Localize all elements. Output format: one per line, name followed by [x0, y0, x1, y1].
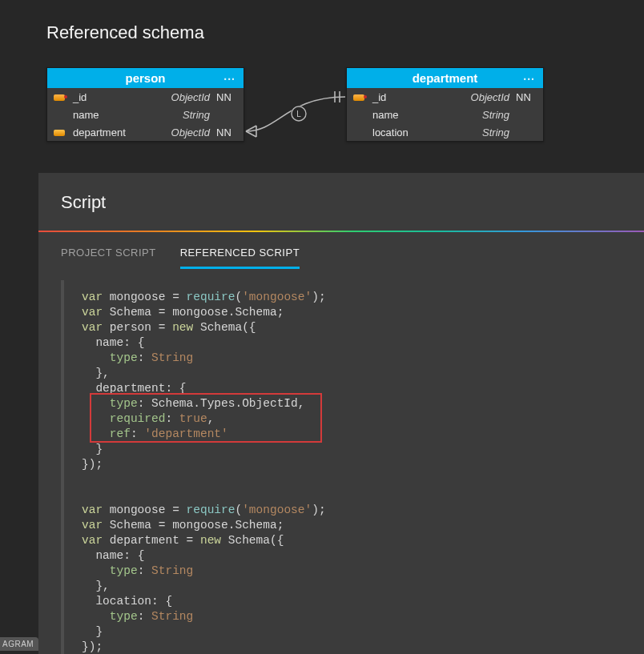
primary-key-icon	[350, 91, 368, 103]
column-type: ObjectId	[460, 91, 516, 103]
code-content: var mongoose = require('mongoose'); var …	[82, 290, 622, 654]
column-type: String	[460, 126, 516, 138]
script-tabs: PROJECT SCRIPT REFERENCED SCRIPT	[38, 232, 644, 269]
column-type: ObjectId	[160, 126, 216, 138]
table-row[interactable]: name String	[347, 106, 543, 123]
tab-referenced-script[interactable]: REFERENCED SCRIPT	[180, 247, 300, 269]
entity-department-title: department	[413, 71, 478, 85]
entity-department-header[interactable]: department ...	[347, 68, 543, 88]
column-type: String	[160, 109, 216, 121]
ellipsis-icon[interactable]: ...	[523, 70, 535, 82]
column-name: _id	[368, 91, 460, 103]
column-type: String	[460, 109, 516, 121]
svg-text:L: L	[296, 110, 301, 118]
table-row[interactable]: name String	[47, 106, 244, 123]
primary-key-icon	[50, 91, 68, 103]
table-row[interactable]: _id ObjectId NN	[347, 88, 543, 106]
entity-person-header[interactable]: person ...	[47, 68, 244, 88]
table-row[interactable]: department ObjectId NN	[47, 123, 244, 141]
partial-bottom-tab[interactable]: AGRAM	[0, 637, 38, 651]
code-block[interactable]: var mongoose = require('mongoose'); var …	[61, 280, 622, 654]
entity-person[interactable]: person ... _id ObjectId NN name String d…	[46, 67, 244, 142]
script-panel-title: Script	[38, 173, 644, 231]
schema-diagram: person ... _id ObjectId NN name String d…	[46, 67, 607, 163]
column-name: department	[68, 126, 160, 138]
foreign-key-icon	[50, 126, 68, 138]
column-name: _id	[68, 91, 160, 103]
column-name: name	[68, 109, 160, 121]
column-name: name	[368, 109, 460, 121]
column-type: ObjectId	[160, 91, 216, 103]
table-row[interactable]: location String	[347, 123, 543, 141]
svg-line-0	[246, 126, 256, 131]
svg-line-1	[246, 131, 256, 137]
table-row[interactable]: _id ObjectId NN	[47, 88, 244, 106]
ellipsis-icon[interactable]: ...	[223, 70, 235, 82]
column-null: NN	[516, 91, 538, 103]
entity-department[interactable]: department ... _id ObjectId NN name Stri…	[346, 67, 544, 142]
column-null: NN	[216, 126, 239, 138]
column-null: NN	[216, 91, 239, 103]
entity-person-title: person	[125, 71, 165, 85]
svg-point-6	[292, 106, 306, 121]
svg-point-5	[291, 106, 307, 122]
script-panel: Script PROJECT SCRIPT REFERENCED SCRIPT …	[38, 173, 644, 654]
column-name: location	[368, 126, 460, 138]
page-title: Referenced schema	[46, 22, 204, 43]
tab-project-script[interactable]: PROJECT SCRIPT	[61, 247, 156, 269]
